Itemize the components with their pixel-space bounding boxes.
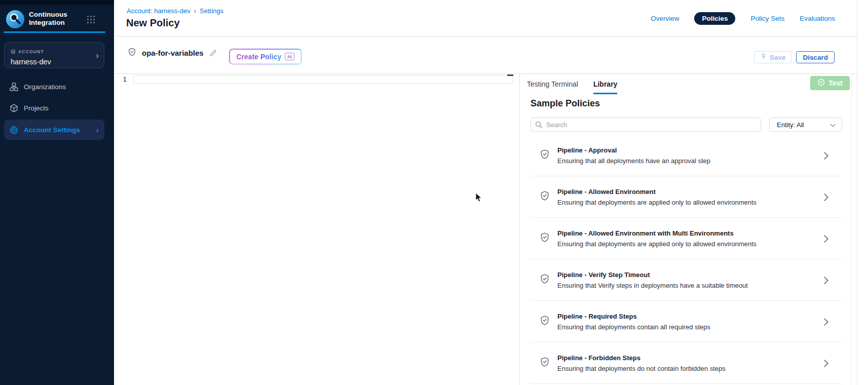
create-policy-label: Create Policy xyxy=(237,53,282,61)
chevron-right-icon: › xyxy=(96,126,99,134)
mouse-cursor xyxy=(475,192,482,205)
policy-toolbar: opa-for-variables Create Policy AI xyxy=(114,36,857,74)
module-title: Continuous Integration xyxy=(29,11,67,27)
account-label: ACCOUNT xyxy=(18,49,44,54)
gear-icon xyxy=(10,126,18,134)
policy-description: Ensuring that deployments do not contain… xyxy=(557,365,726,372)
policy-title: Pipeline - Verify Step Timeout xyxy=(557,271,748,279)
ai-badge: AI xyxy=(285,53,294,60)
tab-evaluations[interactable]: Evaluations xyxy=(800,15,835,22)
account-name: harness-dev xyxy=(11,58,98,66)
sample-policy-row[interactable]: Pipeline - Required Steps Ensuring that … xyxy=(531,301,842,342)
sidebar-item-projects[interactable]: Projects xyxy=(4,98,104,118)
library-panel: Testing Terminal Library Test Sample Pol… xyxy=(520,74,857,385)
editor-current-line-highlight[interactable] xyxy=(133,75,513,84)
test-button[interactable]: Test xyxy=(810,76,850,90)
breadcrumb-separator: › xyxy=(194,7,196,15)
sample-policy-row[interactable]: Pipeline - Allowed Environment Ensuring … xyxy=(531,176,842,218)
policy-title: Pipeline - Approval xyxy=(557,146,710,154)
chevron-right-icon xyxy=(824,194,828,203)
edit-pencil-icon[interactable] xyxy=(209,49,217,57)
tab-testing-terminal[interactable]: Testing Terminal xyxy=(527,80,578,94)
sidebar-item-label: Account Settings xyxy=(24,126,80,134)
tab-policy-sets[interactable]: Policy Sets xyxy=(750,15,784,22)
shield-check-icon xyxy=(540,357,550,369)
account-selector[interactable]: ACCOUNT harness-dev › xyxy=(4,42,104,68)
chevron-right-icon xyxy=(824,277,828,286)
page-title: New Policy xyxy=(126,17,180,29)
save-label: Save xyxy=(770,54,786,61)
panel-tabs: Testing Terminal Library xyxy=(527,80,617,94)
sample-policy-list: Pipeline - Approval Ensuring that all de… xyxy=(531,135,842,384)
chevron-right-icon xyxy=(824,152,828,162)
policy-description: Ensuring that Verify steps in deployment… xyxy=(557,282,748,289)
tab-overview[interactable]: Overview xyxy=(651,15,679,22)
shield-check-icon xyxy=(540,190,550,203)
play-circle-icon xyxy=(817,79,825,88)
editor-cursor-mark xyxy=(507,74,513,76)
app-window: Continuous Integration ACCOUNT harness-d… xyxy=(0,0,868,385)
shield-check-icon xyxy=(128,48,136,58)
account-icon xyxy=(11,47,16,56)
search-box xyxy=(531,118,761,132)
chevron-right-icon xyxy=(824,360,828,369)
breadcrumb-settings-link[interactable]: Settings xyxy=(200,7,223,15)
content-right-border xyxy=(857,0,857,385)
sidebar-top-strip xyxy=(0,0,114,5)
search-input[interactable] xyxy=(531,118,761,132)
editor-line-number: 1 xyxy=(116,75,127,83)
sidebar-item-account-settings[interactable]: Account Settings › xyxy=(4,120,104,140)
policy-nav-tabs: Overview Policies Policy Sets Evaluation… xyxy=(651,12,835,25)
shield-check-icon xyxy=(540,232,550,245)
sidebar-item-label: Organizations xyxy=(24,83,66,91)
policy-description: Ensuring that deployments are applied on… xyxy=(557,199,757,206)
tab-library[interactable]: Library xyxy=(593,80,617,94)
sidebar: Continuous Integration ACCOUNT harness-d… xyxy=(0,0,114,385)
policy-title: Pipeline - Forbidden Steps xyxy=(557,354,726,362)
upload-icon xyxy=(761,53,767,61)
module-active-underline xyxy=(4,31,105,33)
breadcrumb-account-link[interactable]: Account: harness-dev xyxy=(127,7,191,15)
chevron-down-icon xyxy=(830,121,836,129)
sample-policy-row[interactable]: Pipeline - Allowed Environment with Mult… xyxy=(531,218,842,259)
sidebar-item-organizations[interactable]: Organizations xyxy=(4,76,104,97)
shield-check-icon xyxy=(540,149,550,162)
shield-check-icon xyxy=(540,315,550,328)
sidebar-item-label: Projects xyxy=(24,104,49,112)
policy-description: Ensuring that deployments contain all re… xyxy=(557,323,710,331)
entity-filter-value: Entity: All xyxy=(777,121,804,129)
policy-title: Pipeline - Allowed Environment with Mult… xyxy=(557,229,757,237)
projects-icon xyxy=(10,104,18,112)
page-header: Account: harness-dev › Settings New Poli… xyxy=(114,0,857,36)
entity-filter-dropdown[interactable]: Entity: All xyxy=(769,118,842,132)
chevron-right-icon: › xyxy=(96,51,99,60)
policy-name: opa-for-variables xyxy=(142,49,204,57)
sample-policy-row[interactable]: Pipeline - Approval Ensuring that all de… xyxy=(531,135,842,176)
save-button[interactable]: Save xyxy=(754,51,792,63)
tab-policies[interactable]: Policies xyxy=(694,12,735,25)
sample-policy-row[interactable]: Pipeline - Verify Step Timeout Ensuring … xyxy=(531,259,842,301)
chevron-right-icon xyxy=(824,235,828,245)
breadcrumb: Account: harness-dev › Settings xyxy=(127,7,223,15)
sample-policy-row[interactable]: Pipeline - Forbidden Steps Ensuring that… xyxy=(531,342,842,384)
discard-button[interactable]: Discard xyxy=(796,51,835,63)
test-label: Test xyxy=(828,79,843,87)
policy-title: Pipeline - Allowed Environment xyxy=(557,188,757,196)
search-icon xyxy=(535,121,542,130)
policy-description: Ensuring that all deployments have an ap… xyxy=(557,157,710,165)
create-policy-ai-button[interactable]: Create Policy AI xyxy=(229,49,301,64)
policy-code-editor[interactable]: 1 xyxy=(114,74,519,385)
policy-title: Pipeline - Required Steps xyxy=(557,313,710,320)
chevron-right-icon xyxy=(824,318,828,328)
sample-policies-title: Sample Policies xyxy=(531,98,600,109)
module-switcher-grid-icon[interactable] xyxy=(87,16,95,24)
panel-scrollbar[interactable] xyxy=(851,74,852,385)
organizations-icon xyxy=(10,83,18,91)
policy-description: Ensuring that deployments are applied on… xyxy=(557,240,757,248)
continuous-integration-logo-icon[interactable] xyxy=(6,10,24,28)
shield-check-icon xyxy=(540,274,550,286)
discard-label: Discard xyxy=(803,54,828,61)
